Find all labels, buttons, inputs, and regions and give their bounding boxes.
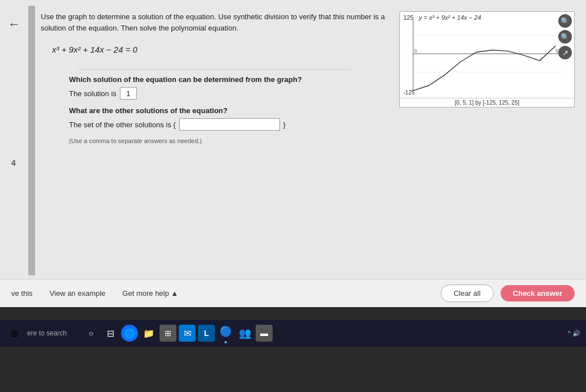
zoom-in-button[interactable]: 🔍 bbox=[558, 14, 572, 28]
bottom-toolbar: ve this View an example Get more help ▲ … bbox=[0, 279, 586, 307]
question-1: Which solution of the equation can be de… bbox=[69, 75, 360, 84]
svg-text:0: 0 bbox=[414, 48, 417, 54]
taskbar-search-text: ere to search bbox=[27, 329, 67, 337]
left-nav: ← bbox=[0, 6, 28, 275]
fullscreen-button[interactable]: ↗ bbox=[558, 46, 572, 59]
taskbar-search-icon[interactable]: ○ bbox=[83, 325, 100, 342]
get-help-link[interactable]: Get more help ▲ bbox=[122, 289, 178, 298]
taskbar-misc-icon[interactable]: ▬ bbox=[256, 325, 273, 342]
system-tray: ^ 🔊 bbox=[568, 330, 580, 337]
taskbar: ⊞ ere to search ○ ⊟ 🌐 📁 ⊞ ✉ L 🔵 👥 ▬ ^ 🔊 bbox=[0, 320, 586, 347]
taskbar-teams-icon[interactable]: 👥 bbox=[236, 325, 253, 342]
top-area: ← Use the graph to determine a solution … bbox=[0, 0, 586, 281]
main-content: ← Use the graph to determine a solution … bbox=[0, 0, 586, 300]
active-indicator bbox=[225, 341, 227, 343]
taskbar-grid-icon[interactable]: ⊞ bbox=[160, 325, 176, 342]
problem-section: Use the graph to determine a solution of… bbox=[41, 11, 399, 270]
question-2: What are the other solutions of the equa… bbox=[69, 106, 360, 115]
windows-button[interactable]: ⊞ bbox=[6, 325, 23, 342]
taskbar-chrome-icon[interactable]: 🔵 bbox=[217, 323, 234, 340]
answer-1-prefix: The solution is bbox=[69, 89, 117, 98]
graph-caption: [0, 5, 1] by [-125, 125, 25] bbox=[400, 98, 574, 107]
problem-instruction: Use the graph to determine a solution of… bbox=[41, 11, 394, 33]
graph-title: y = x³ + 9x² + 14x − 24 bbox=[419, 14, 481, 21]
back-button[interactable]: ← bbox=[8, 17, 20, 32]
graph-svg: 0 5 bbox=[402, 14, 572, 93]
taskbar-folder-icon[interactable]: 📁 bbox=[140, 325, 157, 342]
answer-row-2: The set of the other solutions is { } bbox=[69, 118, 360, 131]
closing-brace: } bbox=[283, 120, 286, 129]
check-answer-button[interactable]: Check answer bbox=[501, 285, 575, 301]
content-area: Use the graph to determine a solution of… bbox=[41, 6, 586, 275]
taskbar-multitask-icon[interactable]: ⊟ bbox=[102, 325, 119, 342]
graph-inner: 125 y = x³ + 9x² + 14x − 24 bbox=[400, 12, 574, 98]
graph-tools: 🔍 🔍 ↗ bbox=[556, 12, 574, 62]
answers-section: Which solution of the equation can be de… bbox=[41, 63, 394, 150]
answer-row-1: The solution is 1 bbox=[69, 87, 360, 100]
answer-2-input[interactable] bbox=[179, 118, 280, 131]
answer-1-value[interactable]: 1 bbox=[120, 87, 137, 100]
equation: x³ + 9x² + 14x − 24 = 0 bbox=[52, 45, 394, 54]
answer-2-prefix: The set of the other solutions is { bbox=[69, 120, 176, 129]
sidebar-bar bbox=[28, 6, 35, 275]
taskbar-right: ^ 🔊 bbox=[568, 330, 580, 337]
graph-label-bottom: -125 bbox=[403, 89, 415, 96]
graph-container: 125 y = x³ + 9x² + 14x − 24 bbox=[399, 11, 575, 107]
answer-2-note: (Use a comma to separate answers as need… bbox=[69, 137, 360, 144]
zoom-out-button[interactable]: 🔍 bbox=[558, 30, 572, 44]
clear-all-button[interactable]: Clear all bbox=[441, 285, 494, 302]
pinned-icons: ○ ⊟ 🌐 📁 ⊞ ✉ L 🔵 👥 ▬ bbox=[83, 323, 273, 343]
taskbar-l-icon[interactable]: L bbox=[198, 325, 215, 342]
taskbar-edge-icon[interactable]: 🌐 bbox=[121, 325, 138, 342]
toolbar-right: Clear all Check answer bbox=[441, 285, 575, 302]
view-example-link[interactable]: View an example bbox=[50, 289, 106, 298]
graph-label-top: 125 y = x³ + 9x² + 14x − 24 bbox=[403, 14, 481, 21]
page-number: 4 bbox=[11, 158, 16, 167]
save-link[interactable]: ve this bbox=[11, 289, 33, 298]
taskbar-mail-icon[interactable]: ✉ bbox=[179, 325, 196, 342]
taskbar-active-app: 🔵 bbox=[217, 323, 234, 343]
